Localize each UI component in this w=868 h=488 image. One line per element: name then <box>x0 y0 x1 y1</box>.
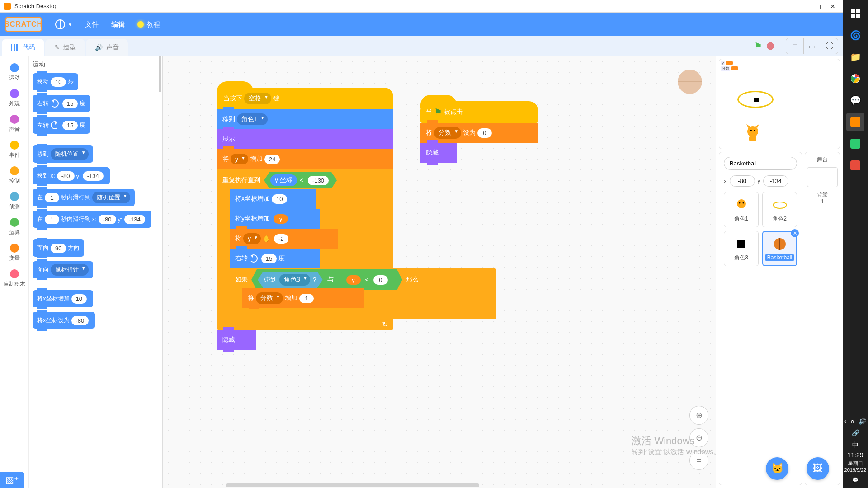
svg-rect-10 <box>856 14 860 18</box>
script-stack-2[interactable]: 当 ⚑ 被点击 将 分数 设为0 隐藏 <box>420 101 538 163</box>
zoom-out-button[interactable]: ⊖ <box>689 428 708 447</box>
block-turn-cw[interactable]: 右转15度 <box>33 95 90 112</box>
language-menu[interactable]: ▼ <box>49 19 79 29</box>
sprite-y-input[interactable] <box>763 175 788 187</box>
taskbar-explorer[interactable]: 📁 <box>846 48 864 66</box>
block-goto[interactable]: 移到 随机位置 <box>33 145 93 163</box>
scratch-logo[interactable]: SCRATCH <box>5 17 42 32</box>
minimize-button[interactable]: — <box>800 3 806 10</box>
block-hide[interactable]: 隐藏 <box>217 330 256 350</box>
stage-hoop-sprite <box>737 91 774 108</box>
globe-icon <box>55 19 65 29</box>
script-stack-1[interactable]: 当按下 空格 键 移到 角色1 显示 将 y 增加24 重复执行直到 y 坐标 … <box>217 88 393 350</box>
taskbar-app-red[interactable] <box>846 156 864 174</box>
block-goto-xy[interactable]: 移到 x:-80y:-134 <box>33 167 110 184</box>
block-palette[interactable]: 运动 移动10步 右转15度 左转15度 移到 随机位置 移到 x:-80y:-… <box>29 56 162 488</box>
sensing-touching[interactable]: 碰到 角色3 ? <box>258 272 323 288</box>
tab-sounds[interactable]: 🔊 声音 <box>86 39 128 56</box>
start-button[interactable] <box>846 5 864 23</box>
taskbar-wechat[interactable]: 💬 <box>846 91 864 109</box>
block-when-key-pressed[interactable]: 当按下 空格 键 <box>217 88 393 109</box>
taskbar-app-green[interactable] <box>846 135 864 153</box>
stage-full-button[interactable]: ⛶ <box>821 38 838 54</box>
volume-icon[interactable]: 🔊 <box>859 417 866 426</box>
svg-point-5 <box>739 202 740 203</box>
stage-large-button[interactable]: ▭ <box>803 38 821 54</box>
block-turn-ccw[interactable]: 左转15度 <box>33 117 90 134</box>
add-backdrop-button[interactable]: 🖼 <box>807 457 829 480</box>
category-sound[interactable]: 声音 <box>0 111 28 137</box>
add-sprite-button[interactable]: 🐱 <box>766 457 788 480</box>
operator-lt-2[interactable]: y < 0 <box>338 273 396 287</box>
tab-code[interactable]: 代码 <box>2 39 44 56</box>
green-flag-button[interactable]: ⚑ <box>754 41 762 52</box>
operator-lt[interactable]: y 坐标 < -130 <box>264 172 337 188</box>
block-glide-to[interactable]: 在1秒内滑行到 随机位置 <box>33 189 135 206</box>
category-myblocks[interactable]: 自制积木 <box>0 266 28 291</box>
file-menu[interactable]: 文件 <box>79 20 105 29</box>
tray-time[interactable]: 11:29 <box>844 451 867 460</box>
operator-and[interactable]: 碰到 角色3 ? 与 y < 0 <box>251 269 402 290</box>
category-events[interactable]: 事件 <box>0 137 28 163</box>
block-turn-cw-script[interactable]: 右转15度 <box>230 249 320 268</box>
block-if[interactable]: 如果 碰到 角色3 ? 与 y <box>230 268 496 319</box>
script-workspace[interactable]: 当按下 空格 键 移到 角色1 显示 将 y 增加24 重复执行直到 y 坐标 … <box>163 56 716 488</box>
svg-rect-8 <box>856 9 860 13</box>
block-hide-2[interactable]: 隐藏 <box>420 143 457 163</box>
zoom-in-button[interactable]: ⊕ <box>689 406 708 425</box>
block-set-x[interactable]: 将x坐标设为-80 <box>33 312 95 329</box>
edit-menu[interactable]: 编辑 <box>105 20 131 29</box>
category-looks[interactable]: 外观 <box>0 85 28 111</box>
variable-reporter-y[interactable]: y <box>346 275 361 285</box>
category-operators[interactable]: 运算 <box>0 214 28 240</box>
taskbar-scratch[interactable] <box>846 113 864 131</box>
zoom-reset-button[interactable]: = <box>689 451 708 470</box>
block-change-var-y[interactable]: 将 y 增加24 <box>217 149 393 169</box>
stop-button[interactable] <box>767 42 774 50</box>
tutorials-menu[interactable]: 教程 <box>131 20 166 29</box>
block-point-to[interactable]: 面向 鼠标指针 <box>33 261 93 278</box>
tab-costumes[interactable]: ✎ 造型 <box>45 39 85 56</box>
tray-expand-icon[interactable]: ‹ <box>844 417 847 426</box>
close-button[interactable]: ✕ <box>830 3 835 10</box>
block-point-dir[interactable]: 面向90方向 <box>33 239 84 257</box>
workspace-scrollbar-h[interactable] <box>226 483 479 487</box>
category-motion[interactable]: 运动 <box>0 60 28 85</box>
block-show[interactable]: 显示 <box>217 129 393 149</box>
variable-reporter-y[interactable]: y <box>274 214 288 224</box>
palette-scrollbar[interactable] <box>159 56 161 92</box>
sprite-tile-2[interactable]: 角色2 <box>762 192 797 227</box>
ime-indicator[interactable]: 中 <box>844 441 867 450</box>
stage-preview[interactable]: y 分数 <box>719 59 840 149</box>
block-change-score[interactable]: 将 分数 增加1 <box>242 288 364 308</box>
notification-icon[interactable]: 💬 <box>844 477 867 483</box>
sprite-tile-basketball[interactable]: ✕ Basketball <box>762 231 797 266</box>
block-glide-xy[interactable]: 在1秒内滑行到 x:-80y:-134 <box>33 211 151 228</box>
maximize-button[interactable]: ▢ <box>815 3 821 10</box>
block-set-score[interactable]: 将 分数 设为0 <box>420 123 538 143</box>
stage-small-button[interactable]: ◻ <box>786 38 803 54</box>
sprite-tile-3[interactable]: 角色3 <box>724 231 759 266</box>
wifi-icon[interactable]: ⩍ <box>851 417 854 426</box>
category-sensing[interactable]: 侦测 <box>0 188 28 214</box>
extensions-button[interactable]: ▧⁺ <box>0 472 24 488</box>
block-change-x[interactable]: 将x坐标增加10 <box>33 290 93 307</box>
windows-taskbar: 🌀 📁 💬 ‹⩍🔊 🔗 中 11:29 星期日 2019/9/22 💬 <box>843 0 868 488</box>
block-move-steps[interactable]: 移动10步 <box>33 73 78 90</box>
category-control[interactable]: 控制 <box>0 163 28 188</box>
category-variables[interactable]: 变量 <box>0 240 28 266</box>
tray-link-icon[interactable]: 🔗 <box>852 429 859 438</box>
stage-selector[interactable]: 舞台 背景 1 <box>805 152 840 485</box>
block-goto-sprite[interactable]: 移到 角色1 <box>217 109 393 129</box>
delete-sprite-button[interactable]: ✕ <box>791 229 799 237</box>
sprite-tile-1[interactable]: 角色1 <box>724 192 759 227</box>
block-when-flag-clicked[interactable]: 当 ⚑ 被点击 <box>420 101 538 123</box>
reporter-y-position[interactable]: y 坐标 <box>270 174 297 186</box>
taskbar-app-1[interactable]: 🌀 <box>846 26 864 44</box>
sprite-x-input[interactable] <box>730 175 755 187</box>
c-block-foot <box>230 309 496 319</box>
taskbar-chrome[interactable] <box>846 70 864 88</box>
stage-thumbnail[interactable] <box>807 167 838 187</box>
block-repeat-until[interactable]: 重复执行直到 y 坐标 < -130 将x坐标增加10 将y坐标增加 y <box>217 169 393 330</box>
sprite-name-input[interactable] <box>724 157 797 170</box>
